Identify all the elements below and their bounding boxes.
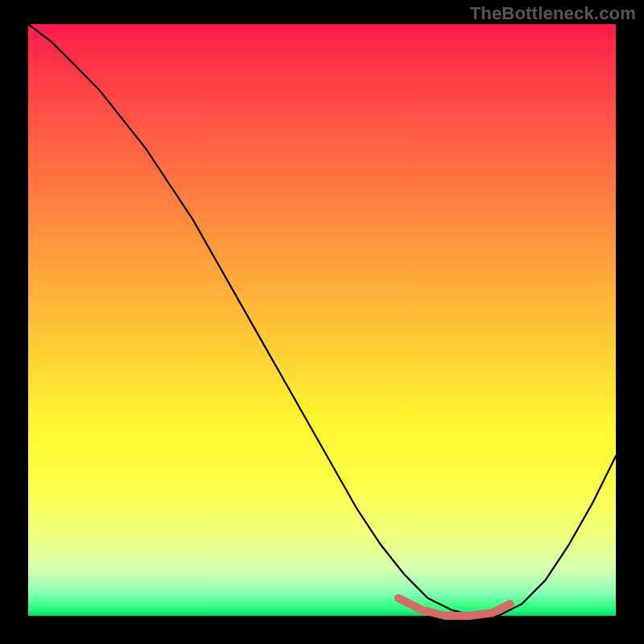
bottleneck-curve — [28, 24, 616, 616]
chart-container: TheBottleneck.com — [0, 0, 644, 644]
plot-area — [28, 24, 616, 616]
curve-svg — [28, 24, 616, 616]
optimal-range-highlight — [398, 598, 510, 616]
watermark-text: TheBottleneck.com — [470, 3, 636, 24]
